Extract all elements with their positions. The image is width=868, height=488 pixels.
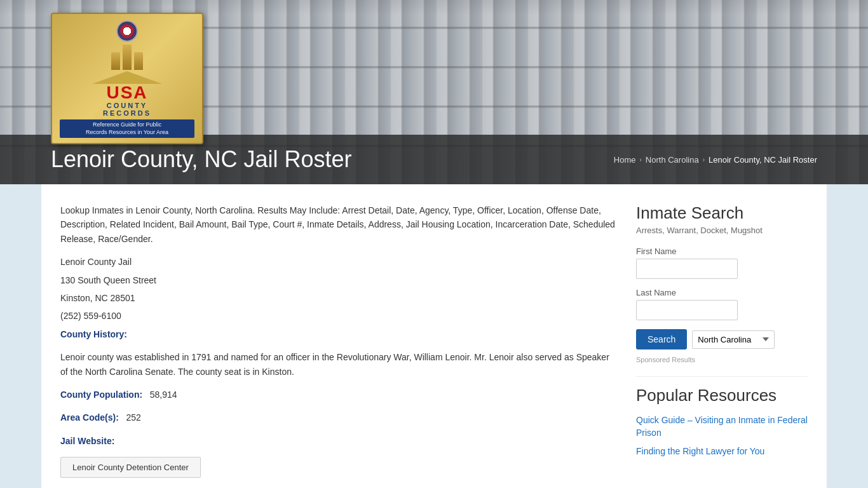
search-button[interactable]: Search [636,329,687,349]
jail-name: Lenoir County Jail [60,255,617,269]
last-name-group: Last Name [636,288,808,320]
content-area: Lookup Inmates in Lenoir County, North C… [60,203,617,483]
county-history-label: County History: [60,327,617,341]
site-logo[interactable]: USA COUNTY RECORDS Reference Guide for P… [51,13,203,144]
breadcrumb-home[interactable]: Home [614,155,636,165]
population-value: 58,914 [150,390,177,400]
phone-number: (252) 559-6100 [60,309,617,323]
first-name-input[interactable] [636,259,738,279]
resource-link-1[interactable]: Quick Guide – Visiting an Inmate in Fede… [636,414,808,439]
address-line2: Kinston, NC 28501 [60,291,617,305]
logo-usa-text: USA [60,84,194,102]
logo-area: USA COUNTY RECORDS Reference Guide for P… [51,13,203,144]
county-history-text: Lenoir county was established in 1791 an… [60,350,617,379]
logo-county-text: COUNTY [60,102,194,109]
area-code-row: Area Code(s): 252 [60,410,617,424]
last-name-label: Last Name [636,288,808,297]
resource-link-2[interactable]: Finding the Right Lawyer for You [636,445,808,458]
logo-records-text: RECORDS [60,109,194,117]
breadcrumb-sep-1: › [639,156,641,163]
breadcrumb: Home › North Carolina › Lenoir County, N… [614,155,817,165]
flag-icon [116,20,138,42]
first-name-label: First Name [636,247,808,256]
logo-tagline: Reference Guide for Public Records Resou… [60,119,194,138]
popular-resources-title: Popular Resources [636,386,808,405]
sponsored-text: Sponsored Results [636,356,808,363]
breadcrumb-current: Lenoir County, NC Jail Roster [709,155,817,165]
description-text: Lookup Inmates in Lenoir County, North C… [60,203,617,246]
page-title: Lenoir County, NC Jail Roster [51,146,352,173]
inmate-search-subtitle: Arrests, Warrant, Docket, Mugshot [636,226,808,235]
breadcrumb-sep-2: › [703,156,705,163]
divider [636,376,808,377]
last-name-input[interactable] [636,300,738,320]
inmate-search-title: Inmate Search [636,203,808,223]
first-name-group: First Name [636,247,808,279]
address-line1: 130 South Queen Street [60,273,617,287]
inmate-search-box: Inmate Search Arrests, Warrant, Docket, … [636,203,808,363]
area-code-value: 252 [126,412,140,423]
hero-section: USA COUNTY RECORDS Reference Guide for P… [0,0,868,184]
state-select[interactable]: AlabamaAlaskaArizonaArkansasCaliforniaCo… [692,330,775,349]
breadcrumb-state[interactable]: North Carolina [646,155,699,165]
main-wrapper: Lookup Inmates in Lenoir County, North C… [41,184,827,488]
jail-website-label: Jail Website: [60,434,617,448]
jail-website-button[interactable]: Lenoir County Detention Center [60,457,201,478]
sidebar: Inmate Search Arrests, Warrant, Docket, … [636,203,808,483]
population-row: County Population: 58,914 [60,388,617,402]
search-row: Search AlabamaAlaskaArizonaArkansasCalif… [636,329,808,349]
